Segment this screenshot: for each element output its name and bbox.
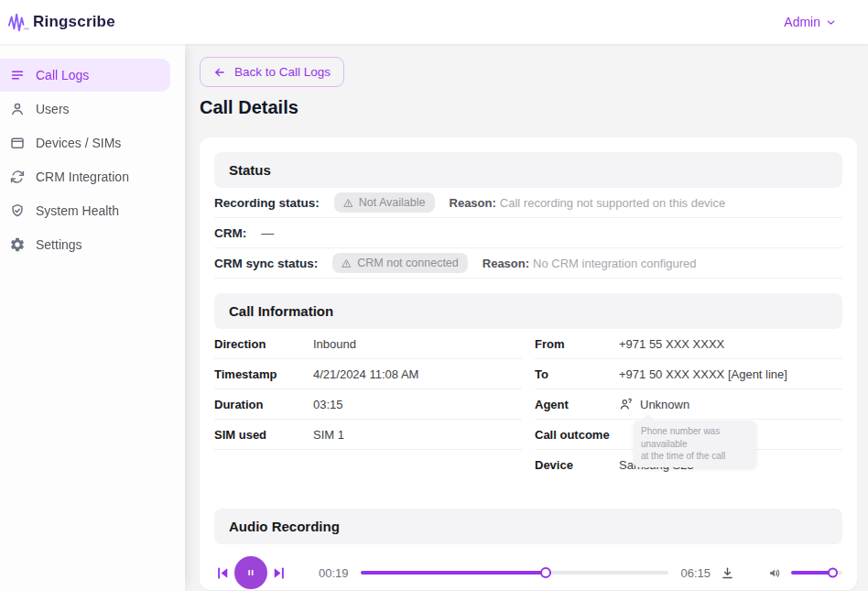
audio-recording-header: Audio Recording [214,509,842,544]
download-icon [720,565,735,581]
reason-label: Reason: [483,257,529,270]
field-value: +971 50 XXX XXXX [Agent line] [619,367,787,381]
field-value: SIM 1 [313,428,344,442]
shield-check-icon [9,202,26,219]
field-label: Agent [535,398,619,411]
from-field: From +971 55 XXX XXXX [535,329,842,359]
brand-name: Ringscribe [33,13,115,31]
sidebar-item-label: Call Logs [36,68,89,82]
crm-sync-badge-label: CRM not connected [357,257,458,269]
sidebar-item-crm-integration[interactable]: CRM Integration [0,160,185,193]
field-label: To [535,367,619,381]
user-menu[interactable]: Admin [784,15,837,29]
recording-status-badge: Not Available [334,192,435,213]
topbar: Ringscribe Admin [0,0,868,44]
brand-logo: Ringscribe [7,11,115,33]
field-label: Duration [214,398,313,411]
user-question-icon [619,397,634,411]
sync-icon [9,169,26,185]
waveform-logo-icon [7,11,29,33]
field-value: +971 55 XXX XXXX [619,337,724,351]
skip-forward-button[interactable] [270,564,288,582]
field-label: SIM used [214,428,313,442]
agent-value-text: Unknown [640,398,689,411]
volume-icon[interactable] [767,565,783,581]
to-field: To +971 50 XXX XXXX [Agent line] [535,359,842,389]
pause-button[interactable] [234,556,267,589]
crm-row: CRM: — [214,218,842,248]
call-information-header: Call Information [214,293,842,329]
back-to-call-logs-button[interactable]: Back to Call Logs [200,57,344,87]
sidebar-item-label: Devices / SIMs [36,136,121,150]
field-label: Direction [214,337,313,351]
field-label: Device [535,458,619,472]
crm-label: CRM: [214,226,246,240]
field-value: Inbound [313,337,356,351]
empty-cell [214,450,522,480]
warning-icon [343,198,353,208]
main-content: Back to Call Logs Call Details Status Re… [185,44,868,591]
field-value: Unknown [619,397,689,411]
skip-back-icon [214,564,232,582]
chevron-down-icon [825,16,837,28]
timestamp-field: Timestamp 4/21/2024 11:08 AM [214,359,522,389]
field-label: Call outcome [535,428,619,442]
gear-icon [9,236,26,253]
device-icon [9,135,26,151]
call-logs-icon [9,67,26,83]
crm-sync-status-label: CRM sync status: [214,257,318,270]
recording-status-label: Recording status: [214,196,320,210]
sidebar-item-label: Settings [36,237,82,252]
duration-field: Duration 03:15 [214,389,522,420]
status-section-header: Status [214,152,842,188]
recording-status-row: Recording status: Not Available Reason:C… [214,188,842,218]
recording-reason: Reason:Call recording not supported on t… [450,196,726,210]
volume-slider[interactable] [791,571,842,575]
user-menu-label: Admin [784,15,820,29]
pause-icon [244,565,258,580]
user-icon [9,101,26,117]
field-value: 03:15 [313,398,343,411]
crm-sync-status-row: CRM sync status: CRM not connected Reaso… [214,248,842,279]
sidebar-item-settings[interactable]: Settings [0,228,185,261]
sidebar-item-users[interactable]: Users [0,93,185,126]
page-title: Call Details [200,97,857,118]
sidebar-item-devices-sims[interactable]: Devices / SIMs [0,126,185,159]
tooltip-line2: at the time of the call [641,451,725,461]
progress-bar[interactable] [361,571,669,575]
skip-forward-icon [270,564,288,582]
direction-field: Direction Inbound [214,329,522,359]
call-details-card: Status Recording status: Not Available R… [200,137,857,590]
audio-player: 00:19 06:15 [214,554,842,591]
warning-icon [342,258,352,268]
reason-label: Reason: [450,196,496,210]
crm-sync-reason: Reason:No CRM integration configured [483,257,697,270]
progress-thumb[interactable] [540,567,551,578]
field-label: From [535,337,619,351]
reason-text: Call recording not supported on this dev… [500,196,725,210]
skip-back-button[interactable] [214,564,232,582]
total-time: 06:15 [680,566,711,580]
sidebar-item-label: CRM Integration [36,170,129,184]
sidebar-item-system-health[interactable]: System Health [0,194,185,227]
crm-value: — [261,225,274,240]
crm-sync-status-badge: CRM not connected [332,253,467,273]
sidebar-item-label: System Health [36,203,119,218]
agent-field: Agent Unknown [535,389,842,420]
sidebar-item-call-logs[interactable]: Call Logs [0,59,170,92]
download-button[interactable] [720,565,735,581]
current-time: 00:19 [319,566,349,580]
reason-text: No CRM integration configured [533,257,696,270]
sidebar-item-label: Users [36,102,70,116]
recording-status-badge-label: Not Available [359,196,426,209]
tooltip-line1: Phone number was unavailable [641,426,720,449]
progress-fill [361,571,546,575]
volume-fill [791,571,832,575]
audio-recording-section: Audio Recording [214,509,842,591]
field-value: 4/21/2024 11:08 AM [313,367,418,381]
field-label: Timestamp [214,367,313,381]
agent-unavailable-tooltip: Phone number was unavailable at the time… [634,421,756,467]
sidebar: Call Logs Users Devices / SIMs CRM Integ… [0,44,185,591]
volume-thumb[interactable] [828,568,838,578]
sim-used-field: SIM used SIM 1 [214,420,522,450]
